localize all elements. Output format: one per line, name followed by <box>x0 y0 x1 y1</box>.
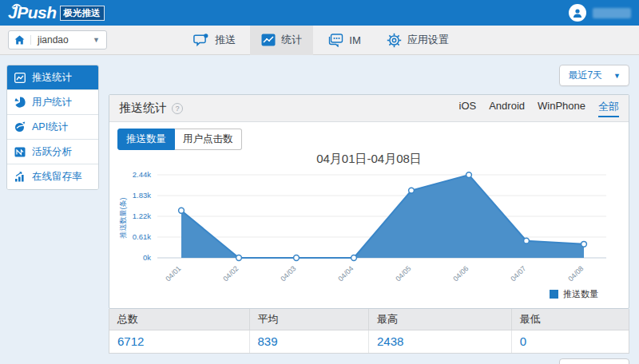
svg-text:1.83k: 1.83k <box>133 191 151 200</box>
toggle-user-clicks[interactable]: 用户点击数 <box>175 129 242 150</box>
tab-stats[interactable]: 统计 <box>250 26 313 55</box>
chat-bubble-badge-icon <box>193 34 209 47</box>
svg-text:0.61k: 0.61k <box>133 232 151 241</box>
push-stats-icon <box>14 73 26 83</box>
sidebar-item-label: 推送统计 <box>32 71 72 85</box>
toggle-push-count[interactable]: 推送数量 <box>117 129 175 150</box>
area-chart: 0k0.61k1.22k1.83k2.44k推送数量(条)04/0104/020… <box>117 168 621 290</box>
nav-tabs: 推送 统计 IM <box>107 26 535 55</box>
svg-text:04/04: 04/04 <box>336 264 355 283</box>
platform-ios[interactable]: iOS <box>459 100 477 117</box>
svg-text:0k: 0k <box>143 253 151 262</box>
platform-winphone[interactable]: WinPhone <box>538 100 585 117</box>
sidebar-item-api-stats[interactable]: API统计 <box>7 115 98 140</box>
pie-chart-icon <box>14 97 26 108</box>
sidebar-item-label: 用户统计 <box>32 96 72 109</box>
primary-nav: jiandao ▼ 推送 统计 IM <box>0 26 639 55</box>
tab-settings[interactable]: 应用设置 <box>375 26 460 55</box>
sidebar-item-online-retention[interactable]: 在线留存率 <box>7 164 98 189</box>
app-selector-label: jiandao <box>31 34 93 46</box>
date-range-label: 最近7天 <box>568 69 602 82</box>
gear-icon <box>387 33 402 48</box>
tab-push-label: 推送 <box>215 33 236 47</box>
app-header: JPush 极光推送 <box>0 0 639 26</box>
svg-text:04/07: 04/07 <box>509 264 527 283</box>
summary-val-min: 0 <box>512 330 629 353</box>
chevron-down-icon: ▼ <box>93 36 106 44</box>
home-icon <box>9 35 31 45</box>
antenna-icon <box>11 1 22 8</box>
logo-badge: 极光推送 <box>60 6 105 21</box>
svg-text:04/02: 04/02 <box>221 264 240 283</box>
user-avatar[interactable] <box>569 4 586 22</box>
legend-swatch <box>550 290 558 299</box>
metric-toggle-group: 推送数量 用户点击数 <box>117 129 242 150</box>
jpush-logo[interactable]: JPush 极光推送 <box>8 3 105 22</box>
svg-text:04/05: 04/05 <box>394 264 412 283</box>
sidebar-item-label: API统计 <box>32 121 68 134</box>
tab-im[interactable]: IM <box>316 26 371 55</box>
svg-text:推送数量(条): 推送数量(条) <box>119 198 127 239</box>
username-blurred[interactable] <box>593 8 631 18</box>
tab-push[interactable]: 推送 <box>182 26 247 55</box>
platform-filters: iOS Android WinPhone 全部 <box>459 100 619 117</box>
tab-im-label: IM <box>349 34 360 46</box>
sidebar-item-label: 活跃分析 <box>32 145 72 159</box>
activity-chart-icon <box>14 147 26 157</box>
svg-text:2.44k: 2.44k <box>133 170 151 179</box>
svg-text:04/01: 04/01 <box>164 264 182 283</box>
app-selector-dropdown[interactable]: jiandao ▼ <box>8 30 107 49</box>
svg-text:1.22k: 1.22k <box>133 212 151 220</box>
date-range-dropdown-top[interactable]: 最近7天 ▼ <box>559 65 629 86</box>
summary-col-total: 总数 <box>109 309 250 330</box>
sidebar-item-push-stats[interactable]: 推送统计 <box>7 65 98 90</box>
svg-text:04/03: 04/03 <box>279 264 297 283</box>
summary-val-max: 2438 <box>369 330 512 353</box>
svg-text:04/08: 04/08 <box>566 264 585 283</box>
person-icon <box>572 7 583 18</box>
sidebar-item-activity-analysis[interactable]: 活跃分析 <box>7 140 98 164</box>
platform-all[interactable]: 全部 <box>598 100 619 117</box>
sidebar-item-user-stats[interactable]: 用户统计 <box>7 90 98 115</box>
summary-col-max: 最高 <box>369 309 512 330</box>
tab-settings-label: 应用设置 <box>407 33 449 47</box>
im-messages-icon <box>327 34 343 47</box>
summary-col-min: 最低 <box>512 309 629 330</box>
svg-text:04/06: 04/06 <box>451 264 470 283</box>
summary-table: 总数 平均 最高 最低 6712 839 2438 0 <box>109 309 629 354</box>
panel-title: 推送统计 <box>119 101 167 116</box>
summary-col-average: 平均 <box>250 309 370 330</box>
sidebar: 推送统计 用户统计 API统计 活跃分析 <box>6 65 99 190</box>
summary-val-total: 6712 <box>109 330 250 353</box>
help-icon[interactable]: ? <box>172 103 183 114</box>
push-stats-panel: 推送统计 ? iOS Android WinPhone 全部 推送数量 用户点击… <box>109 94 629 309</box>
retention-bars-icon <box>14 172 26 182</box>
summary-val-average: 839 <box>250 330 370 353</box>
api-globe-icon <box>14 121 26 133</box>
tab-stats-label: 统计 <box>281 33 302 47</box>
platform-android[interactable]: Android <box>489 100 525 117</box>
chart-legend: 推送数量 <box>117 288 621 303</box>
line-chart-icon <box>261 34 276 46</box>
date-range-dropdown-bottom[interactable]: 最近7天 ▼ <box>559 358 629 364</box>
chart-title: 04月01日-04月08日 <box>117 152 621 167</box>
chevron-down-icon: ▼ <box>613 72 621 80</box>
legend-label: 推送数量 <box>563 288 598 300</box>
sidebar-item-label: 在线留存率 <box>32 170 82 184</box>
